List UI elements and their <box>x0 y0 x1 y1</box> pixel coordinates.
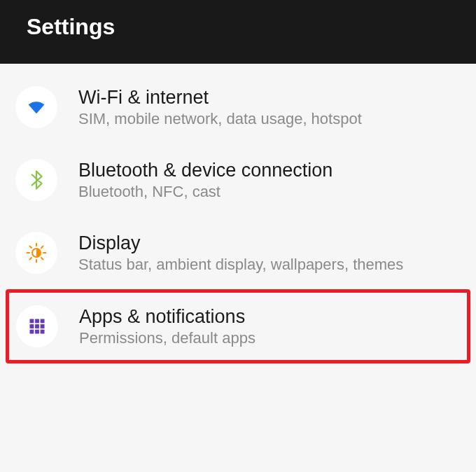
settings-item-subtitle: SIM, mobile network, data usage, hotspot <box>78 110 462 128</box>
settings-header: Settings <box>0 0 476 64</box>
svg-rect-12 <box>30 324 34 328</box>
svg-rect-16 <box>35 330 39 334</box>
settings-item-subtitle: Permissions, default apps <box>79 329 458 347</box>
svg-rect-15 <box>30 330 34 334</box>
svg-line-5 <box>30 247 31 248</box>
svg-line-8 <box>41 247 43 248</box>
brightness-icon <box>15 232 57 274</box>
wifi-icon <box>15 86 57 128</box>
bluetooth-icon <box>15 159 57 201</box>
svg-rect-14 <box>41 324 45 328</box>
page-title: Settings <box>27 14 476 40</box>
svg-line-7 <box>30 258 31 259</box>
settings-item-subtitle: Status bar, ambient display, wallpapers,… <box>78 256 462 274</box>
svg-rect-13 <box>35 324 39 328</box>
svg-rect-10 <box>35 319 39 324</box>
svg-line-6 <box>41 258 43 259</box>
settings-item-title: Wi-Fi & internet <box>78 87 462 109</box>
settings-item-apps[interactable]: Apps & notifications Permissions, defaul… <box>6 289 470 363</box>
settings-item-bluetooth[interactable]: Bluetooth & device connection Bluetooth,… <box>0 144 476 216</box>
svg-rect-11 <box>41 319 45 324</box>
apps-grid-icon <box>16 305 58 347</box>
svg-rect-17 <box>41 330 45 334</box>
settings-item-text: Wi-Fi & internet SIM, mobile network, da… <box>78 87 462 128</box>
settings-item-title: Display <box>78 232 462 254</box>
settings-item-title: Apps & notifications <box>79 306 458 328</box>
settings-item-text: Display Status bar, ambient display, wal… <box>78 232 462 274</box>
settings-item-subtitle: Bluetooth, NFC, cast <box>78 183 462 201</box>
settings-item-text: Apps & notifications Permissions, defaul… <box>79 306 458 347</box>
settings-item-display[interactable]: Display Status bar, ambient display, wal… <box>0 216 476 289</box>
settings-item-text: Bluetooth & device connection Bluetooth,… <box>78 160 462 201</box>
settings-item-wifi[interactable]: Wi-Fi & internet SIM, mobile network, da… <box>0 71 476 144</box>
svg-rect-9 <box>30 319 34 324</box>
settings-item-title: Bluetooth & device connection <box>78 160 462 181</box>
settings-list: Wi-Fi & internet SIM, mobile network, da… <box>0 64 476 363</box>
